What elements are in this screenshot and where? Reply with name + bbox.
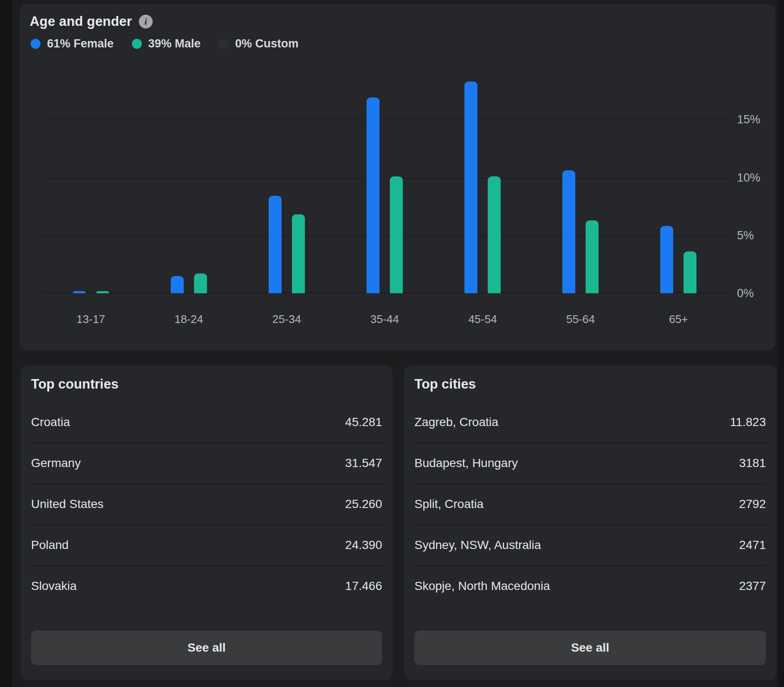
bar-group-65+	[660, 62, 696, 293]
x-axis-labels: 13-1718-2425-3435-4445-5455-6465+	[42, 313, 728, 326]
legend-dot-custom-icon	[219, 39, 229, 49]
country-name: Slovakia	[31, 579, 77, 593]
y-tick-15%: 15%	[737, 112, 760, 127]
bar-female-45-54[interactable]	[464, 82, 477, 293]
bar-female-25-34[interactable]	[269, 196, 282, 293]
x-tick-18-24: 18-24	[140, 313, 238, 326]
country-value: 45.281	[345, 415, 382, 429]
bar-group-55-64	[562, 62, 599, 293]
top-countries-card: Top countries Croatia45.281Germany31.547…	[21, 365, 392, 680]
legend-item-custom: 0% Custom	[219, 37, 298, 50]
info-icon[interactable]: i	[139, 15, 153, 28]
age-gender-card: Age and gender i 61% Female39% Male0% Cu…	[19, 4, 775, 351]
country-value: 25.260	[345, 497, 382, 511]
see-all-button-cities[interactable]: See all	[414, 631, 766, 665]
country-row: United States25.260	[31, 484, 382, 525]
x-tick-55-64: 55-64	[532, 313, 630, 326]
bar-female-13-17[interactable]	[73, 291, 86, 293]
country-name: Croatia	[31, 415, 70, 429]
top-countries-title: Top countries	[21, 365, 392, 392]
city-row: Budapest, Hungary3181	[414, 443, 766, 484]
x-tick-65+: 65+	[630, 313, 728, 326]
y-axis-labels: 0%5%10%15%	[737, 62, 774, 293]
country-row: Poland24.390	[31, 525, 382, 566]
bar-group-35-44	[367, 62, 403, 293]
age-gender-bar-chart	[42, 62, 728, 293]
chart-bars	[42, 62, 728, 293]
x-tick-25-34: 25-34	[238, 313, 336, 326]
bar-female-55-64[interactable]	[562, 170, 575, 293]
x-tick-13-17: 13-17	[42, 313, 140, 326]
top-countries-list: Croatia45.281Germany31.547United States2…	[31, 402, 382, 606]
city-row: Sydney, NSW, Australia2471	[414, 525, 766, 566]
country-row: Germany31.547	[31, 443, 382, 484]
country-name: Germany	[31, 456, 81, 470]
bar-female-65+[interactable]	[660, 226, 673, 293]
legend-label-female: 61% Female	[47, 37, 114, 50]
city-row: Zagreb, Croatia11.823	[414, 402, 766, 443]
country-row: Croatia45.281	[31, 402, 382, 443]
y-tick-5%: 5%	[737, 228, 754, 243]
bar-group-25-34	[269, 62, 305, 293]
top-cities-list: Zagreb, Croatia11.823Budapest, Hungary31…	[414, 402, 766, 606]
legend-label-custom: 0% Custom	[235, 37, 298, 50]
legend-label-male: 39% Male	[148, 37, 201, 50]
country-row: Slovakia17.466	[31, 566, 382, 606]
country-value: 17.466	[345, 579, 382, 593]
city-row: Skopje, North Macedonia2377	[414, 566, 766, 606]
y-tick-0%: 0%	[737, 286, 754, 301]
city-name: Skopje, North Macedonia	[414, 579, 550, 593]
age-gender-title: Age and gender	[30, 14, 132, 29]
bar-male-55-64[interactable]	[586, 220, 599, 293]
bar-female-35-44[interactable]	[367, 97, 379, 293]
city-name: Zagreb, Croatia	[414, 415, 499, 429]
bar-male-18-24[interactable]	[194, 273, 207, 293]
bar-group-13-17	[73, 62, 109, 293]
chart-legend: 61% Female39% Male0% Custom	[31, 37, 317, 50]
top-cities-card: Top cities Zagreb, Croatia11.823Budapest…	[404, 365, 776, 680]
city-name: Split, Croatia	[414, 497, 483, 511]
x-tick-35-44: 35-44	[336, 313, 433, 326]
legend-item-female: 61% Female	[31, 37, 114, 50]
bar-group-18-24	[171, 62, 207, 293]
country-value: 31.547	[345, 456, 382, 470]
see-all-button-countries[interactable]: See all	[31, 631, 382, 665]
city-name: Budapest, Hungary	[414, 456, 518, 470]
city-row: Split, Croatia2792	[414, 484, 766, 525]
city-value: 3181	[739, 456, 766, 470]
bar-male-65+[interactable]	[684, 251, 696, 293]
country-name: United States	[31, 497, 103, 511]
city-name: Sydney, NSW, Australia	[414, 538, 541, 552]
bar-group-45-54	[464, 62, 501, 293]
bar-male-13-17[interactable]	[96, 291, 109, 293]
bar-male-25-34[interactable]	[292, 214, 305, 293]
country-value: 24.390	[345, 538, 382, 552]
content-area: Age and gender i 61% Female39% Male0% Cu…	[12, 0, 778, 687]
legend-item-male: 39% Male	[132, 37, 201, 50]
bar-male-35-44[interactable]	[390, 176, 403, 293]
legend-dot-male-icon	[132, 39, 142, 49]
city-value: 2377	[739, 579, 766, 593]
country-name: Poland	[31, 538, 69, 552]
legend-dot-female-icon	[31, 39, 41, 49]
city-value: 11.823	[730, 415, 766, 429]
bar-male-45-54[interactable]	[488, 176, 501, 293]
age-gender-card-header: Age and gender i	[30, 14, 153, 29]
y-tick-10%: 10%	[737, 170, 760, 185]
city-value: 2471	[739, 538, 766, 552]
top-cities-title: Top cities	[404, 365, 776, 392]
city-value: 2792	[739, 497, 766, 511]
bar-female-18-24[interactable]	[171, 276, 184, 293]
x-tick-45-54: 45-54	[434, 313, 532, 326]
